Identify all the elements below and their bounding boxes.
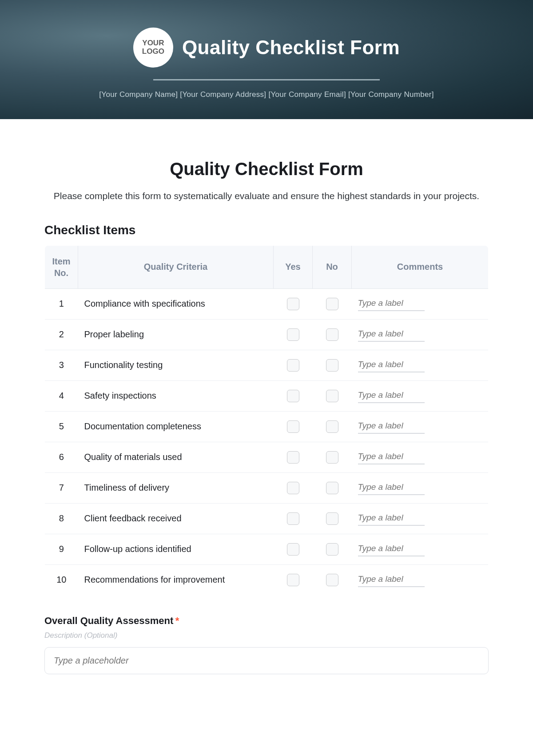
table-row: 4Safety inspections xyxy=(45,380,489,411)
yes-cell xyxy=(274,411,313,442)
quality-criteria: Safety inspections xyxy=(78,380,274,411)
yes-cell xyxy=(274,288,313,319)
item-number: 4 xyxy=(45,380,78,411)
comments-input[interactable] xyxy=(358,542,425,556)
no-checkbox[interactable] xyxy=(326,390,338,402)
overall-assessment-description: Description (Optional) xyxy=(44,631,489,640)
no-checkbox[interactable] xyxy=(326,451,338,464)
col-header-comments: Comments xyxy=(352,245,489,288)
banner-company-placeholders: [Your Company Name] [Your Company Addres… xyxy=(99,90,434,99)
table-header-row: Item No. Quality Criteria Yes No Comment… xyxy=(45,245,489,288)
comments-input[interactable] xyxy=(358,512,425,526)
quality-criteria: Compliance with specifications xyxy=(78,288,274,319)
table-row: 9Follow-up actions identified xyxy=(45,534,489,564)
table-row: 10Recommendations for improvement xyxy=(45,564,489,595)
quality-criteria: Proper labeling xyxy=(78,319,274,350)
comments-input[interactable] xyxy=(358,420,425,434)
yes-cell xyxy=(274,503,313,534)
yes-checkbox[interactable] xyxy=(287,328,299,341)
form-title: Quality Checklist Form xyxy=(44,159,489,179)
comments-input[interactable] xyxy=(358,481,425,495)
yes-cell xyxy=(274,380,313,411)
required-marker: * xyxy=(175,615,179,626)
overall-assessment-field: Overall Quality Assessment * Description… xyxy=(44,615,489,674)
banner-divider xyxy=(153,79,380,80)
comments-input[interactable] xyxy=(358,450,425,464)
item-number: 5 xyxy=(45,411,78,442)
comments-input[interactable] xyxy=(358,389,425,403)
no-checkbox[interactable] xyxy=(326,574,338,586)
yes-checkbox[interactable] xyxy=(287,574,299,586)
comments-cell xyxy=(352,564,489,595)
item-number: 6 xyxy=(45,442,78,472)
overall-assessment-input[interactable] xyxy=(44,647,489,674)
logo-placeholder: YOUR LOGO xyxy=(133,28,173,68)
yes-checkbox[interactable] xyxy=(287,390,299,402)
quality-criteria: Quality of materials used xyxy=(78,442,274,472)
yes-checkbox[interactable] xyxy=(287,298,299,310)
col-header-no: No xyxy=(313,245,352,288)
comments-cell xyxy=(352,350,489,380)
comments-cell xyxy=(352,503,489,534)
logo-text-line1: YOUR xyxy=(142,39,164,48)
yes-cell xyxy=(274,534,313,564)
yes-cell xyxy=(274,319,313,350)
no-cell xyxy=(313,411,352,442)
banner-top-row: YOUR LOGO Quality Checklist Form xyxy=(133,28,400,68)
yes-checkbox[interactable] xyxy=(287,359,299,372)
header-banner: YOUR LOGO Quality Checklist Form [Your C… xyxy=(0,0,533,119)
item-number: 8 xyxy=(45,503,78,534)
comments-cell xyxy=(352,411,489,442)
comments-input[interactable] xyxy=(358,358,425,372)
quality-criteria: Functionality testing xyxy=(78,350,274,380)
comments-cell xyxy=(352,472,489,503)
no-cell xyxy=(313,534,352,564)
col-header-criteria: Quality Criteria xyxy=(78,245,274,288)
item-number: 7 xyxy=(45,472,78,503)
item-number: 10 xyxy=(45,564,78,595)
form-content: Quality Checklist Form Please complete t… xyxy=(0,119,533,692)
table-row: 2Proper labeling xyxy=(45,319,489,350)
yes-checkbox[interactable] xyxy=(287,543,299,556)
quality-criteria: Recommendations for improvement xyxy=(78,564,274,595)
yes-cell xyxy=(274,350,313,380)
no-checkbox[interactable] xyxy=(326,512,338,525)
no-checkbox[interactable] xyxy=(326,298,338,310)
no-cell xyxy=(313,380,352,411)
comments-cell xyxy=(352,380,489,411)
no-cell xyxy=(313,288,352,319)
comments-input[interactable] xyxy=(358,573,425,587)
comments-input[interactable] xyxy=(358,297,425,311)
no-cell xyxy=(313,319,352,350)
table-row: 1Compliance with specifications xyxy=(45,288,489,319)
no-checkbox[interactable] xyxy=(326,543,338,556)
no-checkbox[interactable] xyxy=(326,328,338,341)
no-cell xyxy=(313,503,352,534)
yes-checkbox[interactable] xyxy=(287,451,299,464)
banner-title: Quality Checklist Form xyxy=(182,36,400,59)
quality-criteria: Documentation completeness xyxy=(78,411,274,442)
yes-checkbox[interactable] xyxy=(287,482,299,494)
overall-assessment-label: Overall Quality Assessment xyxy=(44,615,173,626)
comments-cell xyxy=(352,442,489,472)
item-number: 3 xyxy=(45,350,78,380)
table-row: 3Functionality testing xyxy=(45,350,489,380)
quality-criteria: Timeliness of delivery xyxy=(78,472,274,503)
table-row: 8Client feedback received xyxy=(45,503,489,534)
yes-cell xyxy=(274,564,313,595)
form-description: Please complete this form to systematica… xyxy=(44,189,489,204)
comments-cell xyxy=(352,288,489,319)
quality-criteria: Follow-up actions identified xyxy=(78,534,274,564)
no-checkbox[interactable] xyxy=(326,359,338,372)
logo-text-line2: LOGO xyxy=(142,48,164,56)
comments-input[interactable] xyxy=(358,328,425,342)
yes-checkbox[interactable] xyxy=(287,420,299,433)
no-checkbox[interactable] xyxy=(326,420,338,433)
table-row: 6Quality of materials used xyxy=(45,442,489,472)
yes-checkbox[interactable] xyxy=(287,512,299,525)
table-row: 5Documentation completeness xyxy=(45,411,489,442)
yes-cell xyxy=(274,472,313,503)
no-checkbox[interactable] xyxy=(326,482,338,494)
yes-cell xyxy=(274,442,313,472)
comments-cell xyxy=(352,319,489,350)
